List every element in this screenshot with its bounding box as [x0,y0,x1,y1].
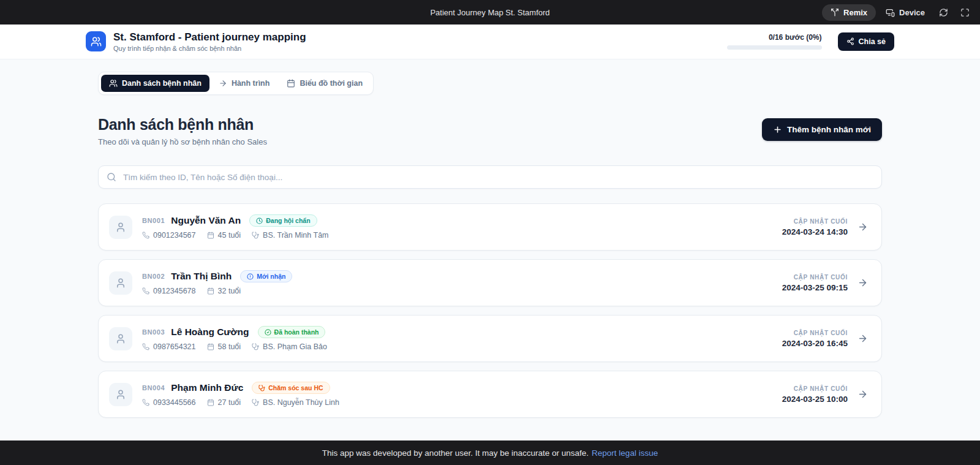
phone-icon [142,287,149,295]
patient-name: Trần Thị Bình [171,271,232,282]
updated-label: CẬP NHẬT CUỐI [782,274,848,281]
app-logo [86,31,106,51]
patient-name: Phạm Minh Đức [171,382,243,393]
alert-circle-icon [247,273,254,280]
arrow-right-icon[interactable] [858,278,868,288]
patient-doctor: BS. Phạm Gia Bảo [252,342,327,351]
search-bar [98,165,882,189]
updated-value: 2024-03-24 14:30 [782,227,848,236]
progress-block: 0/16 bước (0%) [727,33,822,50]
calendar-icon [287,79,295,88]
patient-age: 45 tuổi [207,231,241,240]
report-legal-issue-link[interactable]: Report legal issue [592,448,658,458]
phone-icon [142,399,149,406]
arrow-right-icon [219,79,227,88]
patient-list: BN001 Nguyễn Văn An Đang hội chẩn 090123… [98,203,882,418]
updated-label: CẬP NHẬT CUỐI [782,385,848,392]
patient-id: BN004 [142,384,165,391]
view-tabs: Danh sách bệnh nhân Hành trình Biểu đồ t… [98,72,374,95]
status-badge: Mới nhận [240,270,292,282]
users-icon [109,79,118,88]
patient-card[interactable]: BN003 Lê Hoàng Cường Đã hoàn thành 09876… [98,315,882,362]
patient-name: Nguyễn Văn An [171,215,241,226]
refresh-button[interactable] [935,5,952,20]
device-button[interactable]: Device [880,4,931,21]
patient-id: BN001 [142,217,165,224]
check-circle-icon [265,329,271,336]
device-icon [886,8,895,17]
avatar [109,327,132,350]
status-badge: Đã hoàn thành [258,326,326,338]
app-subtitle: Quy trình tiếp nhận & chăm sóc bệnh nhân [113,45,306,52]
user-icon [115,222,126,233]
add-patient-button[interactable]: Thêm bệnh nhân mới [762,118,882,141]
arrow-right-icon[interactable] [858,389,868,399]
users-icon [91,36,102,47]
fork-icon [831,8,839,17]
patient-phone: 0933445566 [142,398,196,407]
updated-block: CẬP NHẬT CUỐI 2024-03-25 10:00 [782,385,848,404]
patient-doctor: BS. Nguyễn Thùy Linh [252,398,339,407]
user-icon [115,389,126,400]
arrow-right-icon[interactable] [858,222,868,232]
app-title-block: St. Stamford - Patient journey mapping Q… [113,31,306,52]
progress-bar [727,45,822,50]
updated-block: CẬP NHẬT CUỐI 2024-03-24 14:30 [782,218,848,236]
search-input[interactable] [98,165,882,189]
tab-patient-list[interactable]: Danh sách bệnh nhân [101,75,209,92]
patient-id: BN002 [142,273,165,280]
stethoscope-icon [258,385,265,391]
refresh-icon [939,8,948,17]
patient-card[interactable]: BN002 Trần Thị Bình Mới nhận 0912345678 … [98,259,882,306]
chrome-actions: Remix Device [822,0,974,25]
calendar-icon [207,232,214,239]
patient-phone: 0987654321 [142,342,196,351]
progress-label: 0/16 bước (0%) [727,33,822,42]
tab-journey[interactable]: Hành trình [211,75,278,92]
calendar-icon [207,287,214,295]
window-title: Patient Journey Map St. Stamford [430,8,549,17]
avatar [109,383,132,406]
stethoscope-icon [252,343,259,350]
app-title: St. Stamford - Patient journey mapping [113,31,306,43]
app-header: St. Stamford - Patient journey mapping Q… [0,25,980,59]
plus-icon [773,125,782,134]
page-title: Danh sách bệnh nhân [98,116,267,134]
arrow-right-icon[interactable] [858,333,868,344]
page-title-block: Danh sách bệnh nhân Theo dõi và quản lý … [98,116,267,146]
updated-label: CẬP NHẬT CUỐI [782,218,848,225]
avatar [109,216,132,239]
stethoscope-icon [252,399,259,406]
stethoscope-icon [252,232,259,239]
disclaimer-text: This app was developed by another user. … [322,448,589,458]
remix-button[interactable]: Remix [822,4,876,21]
calendar-icon [207,343,214,350]
calendar-icon [207,399,214,406]
status-badge: Đang hội chẩn [249,214,317,227]
patient-phone: 0912345678 [142,287,196,295]
patient-doctor: BS. Trần Minh Tâm [252,231,328,240]
updated-label: CẬP NHẬT CUỐI [782,330,848,336]
patient-card[interactable]: BN001 Nguyễn Văn An Đang hội chẩn 090123… [98,203,882,251]
clock-icon [256,217,263,224]
patient-phone: 0901234567 [142,231,196,240]
patient-card[interactable]: BN004 Phạm Minh Đức Chăm sóc sau HC 0933… [98,371,882,418]
avatar [109,271,132,295]
fullscreen-button[interactable] [956,5,974,20]
patient-name: Lê Hoàng Cường [171,327,249,338]
patient-id: BN003 [142,328,165,336]
user-icon [115,333,126,344]
phone-icon [142,343,149,350]
main-content: Danh sách bệnh nhân Hành trình Biểu đồ t… [0,59,980,440]
share-icon [846,37,854,45]
updated-value: 2024-03-25 09:15 [782,283,848,292]
patient-age: 32 tuổi [207,287,241,295]
updated-block: CẬP NHẬT CUỐI 2024-03-25 09:15 [782,274,848,292]
updated-value: 2024-03-25 10:00 [782,395,848,404]
share-button[interactable]: Chia sẻ [838,32,894,51]
page-subtitle: Theo dõi và quản lý hồ sơ bệnh nhân cho … [98,137,267,146]
tab-timeline[interactable]: Biểu đồ thời gian [279,75,371,92]
patient-age: 58 tuổi [207,342,241,351]
user-icon [115,278,126,289]
updated-block: CẬP NHẬT CUỐI 2024-03-20 16:45 [782,330,848,348]
